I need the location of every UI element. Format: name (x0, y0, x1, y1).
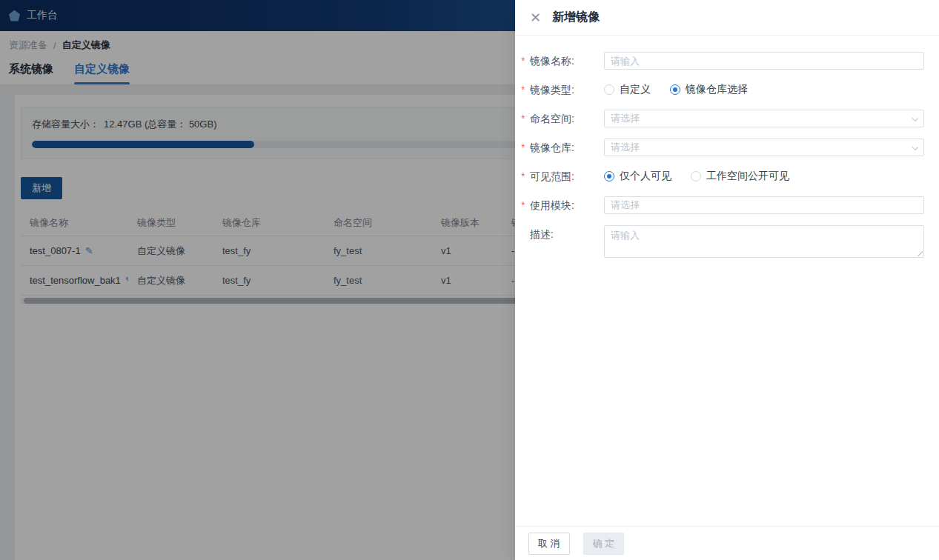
radio-repo-select[interactable]: 镜像仓库选择 (670, 83, 748, 96)
required-mark: * (521, 81, 530, 99)
drawer-body: *镜像名称: *镜像类型: 自定义 镜像仓库选择 (515, 36, 939, 526)
module-select[interactable]: 请选择 (604, 196, 924, 214)
required-mark: * (521, 167, 530, 185)
form-row-namespace: *命名空间: 请选择 (521, 110, 924, 127)
field-label: 描述: (530, 225, 554, 243)
form-row-description: *描述: (521, 225, 924, 258)
drawer-footer: 取 消 确 定 (515, 526, 939, 560)
required-mark: * (521, 52, 530, 70)
close-icon[interactable]: ✕ (530, 11, 541, 24)
cancel-button[interactable]: 取 消 (528, 533, 570, 555)
radio-label: 自定义 (620, 83, 651, 96)
radio-custom[interactable]: 自定义 (604, 83, 651, 96)
radio-personal-only[interactable]: 仅个人可见 (604, 170, 671, 183)
field-label: 镜像仓库: (530, 139, 574, 156)
radio-icon[interactable] (691, 171, 701, 181)
page: 工作台 资源准备 / 自定义镜像 系统镜像 自定义镜像 存储容量大小：12.47… (0, 0, 939, 560)
namespace-select[interactable]: 请选择 (604, 110, 924, 127)
radio-workspace-public[interactable]: 工作空间公开可见 (691, 170, 789, 183)
form-row-image-type: *镜像类型: 自定义 镜像仓库选择 (521, 81, 924, 99)
radio-icon[interactable] (604, 84, 614, 95)
field-label: 镜像名称: (530, 52, 574, 70)
description-textarea[interactable] (604, 225, 924, 258)
add-image-drawer: ✕ 新增镜像 *镜像名称: *镜像类型: 自定义 (515, 0, 939, 560)
radio-icon-checked[interactable] (604, 171, 614, 181)
radio-icon-checked[interactable] (670, 84, 680, 95)
drawer-header: ✕ 新增镜像 (515, 0, 939, 36)
field-label: 可见范围: (530, 167, 574, 185)
radio-label: 镜像仓库选择 (686, 83, 748, 96)
confirm-button[interactable]: 确 定 (583, 533, 625, 555)
radio-label: 仅个人可见 (620, 170, 671, 183)
required-mark: * (521, 139, 530, 156)
field-label: 命名空间: (530, 110, 574, 127)
image-name-input[interactable] (604, 52, 924, 70)
required-mark: * (521, 110, 530, 127)
field-label: 镜像类型: (530, 81, 574, 99)
required-mark: * (521, 196, 530, 214)
form-row-image-repo: *镜像仓库: 请选择 (521, 139, 924, 156)
image-repo-select[interactable]: 请选择 (604, 139, 924, 156)
form-row-image-name: *镜像名称: (521, 52, 924, 70)
radio-label: 工作空间公开可见 (706, 170, 789, 183)
drawer-title: 新增镜像 (552, 10, 600, 25)
form-row-module: *使用模块: 请选择 (521, 196, 924, 214)
form-row-visibility: *可见范围: 仅个人可见 工作空间公开可见 (521, 167, 924, 185)
field-label: 使用模块: (530, 196, 574, 214)
